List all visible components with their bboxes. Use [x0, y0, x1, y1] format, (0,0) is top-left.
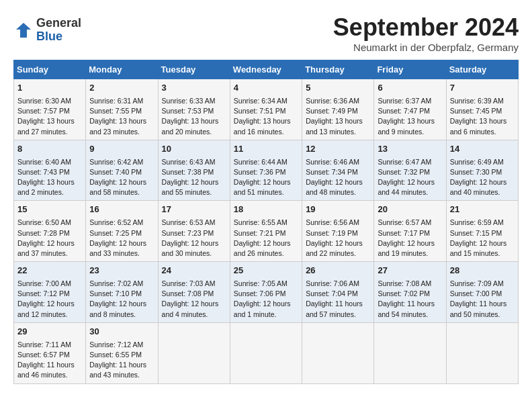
- table-row: 1Sunrise: 6:30 AMSunset: 7:57 PMDaylight…: [14, 79, 86, 140]
- table-row: 3Sunrise: 6:33 AMSunset: 7:53 PMDaylight…: [158, 79, 230, 140]
- table-row: 2Sunrise: 6:31 AMSunset: 7:55 PMDaylight…: [86, 79, 158, 140]
- table-row: 25Sunrise: 7:05 AMSunset: 7:06 PMDayligh…: [230, 262, 302, 323]
- table-row: [374, 322, 446, 383]
- logo-blue: Blue: [36, 30, 81, 44]
- calendar-table: Sunday Monday Tuesday Wednesday Thursday…: [13, 60, 519, 384]
- col-friday: Friday: [374, 60, 446, 79]
- title-block: September 2024 Neumarkt in der Oberpfalz…: [333, 13, 519, 53]
- table-row: 5Sunrise: 6:36 AMSunset: 7:49 PMDaylight…: [302, 79, 374, 140]
- week-row-1: 1Sunrise: 6:30 AMSunset: 7:57 PMDaylight…: [14, 79, 519, 140]
- logo: General Blue: [13, 17, 81, 44]
- table-row: 13Sunrise: 6:47 AMSunset: 7:32 PMDayligh…: [374, 140, 446, 201]
- table-row: 15Sunrise: 6:50 AMSunset: 7:28 PMDayligh…: [14, 201, 86, 262]
- logo-general: General: [36, 17, 81, 30]
- week-row-2: 8Sunrise: 6:40 AMSunset: 7:43 PMDaylight…: [14, 140, 519, 201]
- location: Neumarkt in der Oberpfalz, Germany: [333, 42, 519, 53]
- table-row: 17Sunrise: 6:53 AMSunset: 7:23 PMDayligh…: [158, 201, 230, 262]
- table-row: 27Sunrise: 7:08 AMSunset: 7:02 PMDayligh…: [374, 262, 446, 323]
- table-row: 20Sunrise: 6:57 AMSunset: 7:17 PMDayligh…: [374, 201, 446, 262]
- table-row: 24Sunrise: 7:03 AMSunset: 7:08 PMDayligh…: [158, 262, 230, 323]
- table-row: 29Sunrise: 7:11 AMSunset: 6:57 PMDayligh…: [14, 322, 86, 383]
- table-row: 26Sunrise: 7:06 AMSunset: 7:04 PMDayligh…: [302, 262, 374, 323]
- table-row: 4Sunrise: 6:34 AMSunset: 7:51 PMDaylight…: [230, 79, 302, 140]
- week-row-5: 29Sunrise: 7:11 AMSunset: 6:57 PMDayligh…: [14, 322, 519, 383]
- col-monday: Monday: [86, 60, 158, 79]
- table-row: 21Sunrise: 6:59 AMSunset: 7:15 PMDayligh…: [446, 201, 518, 262]
- table-row: 30Sunrise: 7:12 AMSunset: 6:55 PMDayligh…: [86, 322, 158, 383]
- table-row: 16Sunrise: 6:52 AMSunset: 7:25 PMDayligh…: [86, 201, 158, 262]
- col-tuesday: Tuesday: [158, 60, 230, 79]
- table-row: 14Sunrise: 6:49 AMSunset: 7:30 PMDayligh…: [446, 140, 518, 201]
- month-title: September 2024: [333, 13, 519, 42]
- logo-text: General Blue: [36, 17, 81, 44]
- week-row-4: 22Sunrise: 7:00 AMSunset: 7:12 PMDayligh…: [14, 262, 519, 323]
- table-row: [302, 322, 374, 383]
- table-row: [446, 322, 518, 383]
- week-row-3: 15Sunrise: 6:50 AMSunset: 7:28 PMDayligh…: [14, 201, 519, 262]
- col-wednesday: Wednesday: [230, 60, 302, 79]
- table-row: 22Sunrise: 7:00 AMSunset: 7:12 PMDayligh…: [14, 262, 86, 323]
- table-row: 28Sunrise: 7:09 AMSunset: 7:00 PMDayligh…: [446, 262, 518, 323]
- table-row: 7Sunrise: 6:39 AMSunset: 7:45 PMDaylight…: [446, 79, 518, 140]
- table-row: 12Sunrise: 6:46 AMSunset: 7:34 PMDayligh…: [302, 140, 374, 201]
- col-sunday: Sunday: [14, 60, 86, 79]
- table-row: 9Sunrise: 6:42 AMSunset: 7:40 PMDaylight…: [86, 140, 158, 201]
- page-header: General Blue September 2024 Neumarkt in …: [13, 13, 519, 53]
- logo-icon: [13, 20, 34, 40]
- table-row: 8Sunrise: 6:40 AMSunset: 7:43 PMDaylight…: [14, 140, 86, 201]
- table-row: 6Sunrise: 6:37 AMSunset: 7:47 PMDaylight…: [374, 79, 446, 140]
- header-row: Sunday Monday Tuesday Wednesday Thursday…: [14, 60, 519, 79]
- table-row: 11Sunrise: 6:44 AMSunset: 7:36 PMDayligh…: [230, 140, 302, 201]
- col-thursday: Thursday: [302, 60, 374, 79]
- table-row: 10Sunrise: 6:43 AMSunset: 7:38 PMDayligh…: [158, 140, 230, 201]
- table-row: 19Sunrise: 6:56 AMSunset: 7:19 PMDayligh…: [302, 201, 374, 262]
- svg-marker-0: [16, 23, 31, 38]
- table-row: 23Sunrise: 7:02 AMSunset: 7:10 PMDayligh…: [86, 262, 158, 323]
- table-row: [158, 322, 230, 383]
- table-row: [230, 322, 302, 383]
- col-saturday: Saturday: [446, 60, 518, 79]
- table-row: 18Sunrise: 6:55 AMSunset: 7:21 PMDayligh…: [230, 201, 302, 262]
